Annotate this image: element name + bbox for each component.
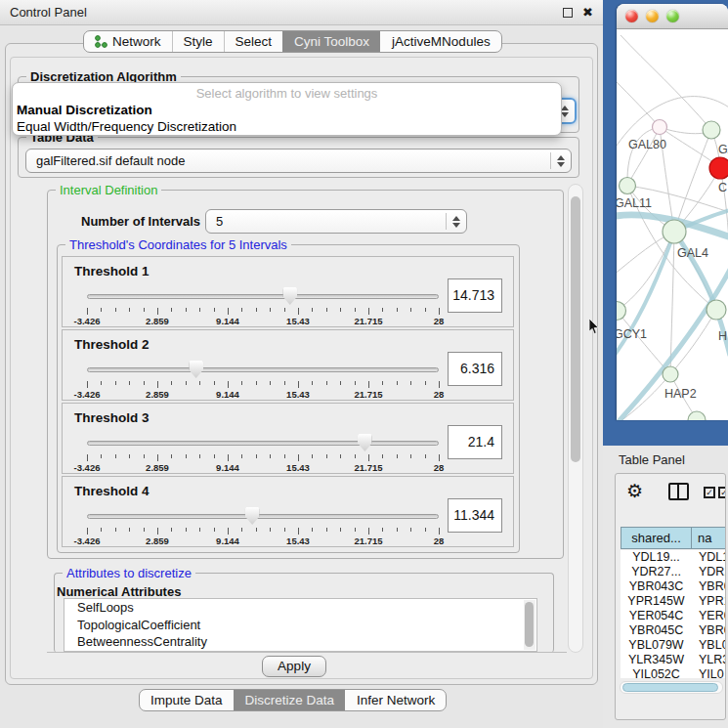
scrollbar-thumb[interactable] [622, 683, 718, 692]
close-icon[interactable]: ✖ [582, 8, 593, 18]
close-traffic-light-icon[interactable] [625, 10, 638, 22]
partial-bottom-node[interactable] [688, 411, 706, 420]
table-panel: Table Panel ⚙ ✓ ✓ shared... na YDL19...Y… [603, 446, 728, 728]
scrollbar-thumb[interactable] [525, 602, 534, 647]
table-horizontal-scrollbar[interactable] [620, 681, 723, 694]
slider-handle-icon[interactable] [189, 361, 203, 378]
table-row[interactable]: YDR27...YDR2 [621, 565, 726, 579]
threshold-value-field[interactable]: 6.316 [448, 352, 502, 386]
combo-spinner-icon[interactable] [550, 152, 571, 168]
tab-network[interactable]: Network [84, 31, 172, 52]
h-node[interactable] [707, 300, 726, 320]
interval-definition-title: Interval Definition [56, 183, 161, 197]
slider-track[interactable] [87, 294, 439, 299]
table-row[interactable]: YPR145WYPR1 [621, 594, 726, 609]
red-node[interactable] [709, 157, 728, 179]
network-window-titlebar[interactable] [617, 4, 728, 29]
threshold-list: Threshold 1 -3.4262.8599.14415.4321.7152… [62, 256, 514, 549]
slider-handle-icon[interactable] [358, 434, 372, 451]
gal80-node[interactable] [653, 120, 667, 135]
threshold-label: Threshold 3 [74, 410, 150, 425]
column-header-name[interactable]: na [692, 527, 726, 549]
threshold-slider[interactable]: -3.4262.8599.14415.4321.71528 [87, 284, 439, 327]
thresholds-group-title: Threshold's Coordinates for 5 Intervals [65, 237, 291, 252]
float-window-icon[interactable] [563, 8, 573, 18]
table-data-combobox[interactable]: galFiltered.sif default node [25, 149, 572, 173]
network-edge-thick [674, 232, 716, 310]
gal4-node[interactable] [663, 220, 686, 243]
node-label: H [718, 329, 727, 343]
control-panel-title: Control Panel [10, 5, 87, 20]
threshold-slider[interactable]: -3.4262.8599.14415.4321.71528 [87, 431, 439, 474]
threshold-value-field[interactable]: 14.713 [448, 278, 502, 313]
table-header-row: shared... na [621, 527, 726, 549]
tab-impute-data[interactable]: Impute Data [140, 690, 234, 710]
attribute-item[interactable]: TopologicalCoefficient [64, 617, 536, 634]
threshold-box: Threshold 2 -3.4262.8599.14415.4321.7152… [62, 329, 514, 401]
number-of-intervals-combobox[interactable]: 5 [205, 209, 467, 234]
threshold-value-field[interactable]: 11.344 [448, 498, 502, 533]
gear-icon[interactable]: ⚙ [626, 480, 643, 502]
threshold-value-field[interactable]: 21.4 [448, 425, 502, 459]
tab-jactivemnodules[interactable]: jActiveMNodules [380, 31, 501, 52]
node-label: C [718, 181, 727, 194]
split-view-icon[interactable] [668, 483, 689, 500]
hap2-node[interactable] [663, 366, 678, 382]
table-row[interactable]: YBL079WYBL0 [621, 638, 726, 653]
algorithm-option-manual[interactable]: Manual Discretization [13, 102, 561, 118]
attribute-item[interactable]: SelfLoops [64, 599, 536, 617]
slider-tick-labels: -3.4262.8599.14415.4321.71528 [87, 535, 439, 546]
attributes-group-title: Attributes to discretize [63, 566, 195, 580]
threshold-box: Threshold 4 -3.4262.8599.14415.4321.7152… [62, 476, 514, 547]
threshold-label: Threshold 4 [74, 484, 150, 498]
tab-discretize-data[interactable]: Discretize Data [234, 690, 346, 710]
checkbox-checked-icon[interactable]: ✓ [704, 487, 715, 498]
attribute-item[interactable]: BetweennessCentrality [64, 633, 536, 651]
tab-select[interactable]: Select [224, 31, 283, 52]
table-row[interactable]: YBR045CYBR0 [621, 623, 726, 638]
threshold-slider[interactable]: -3.4262.8599.14415.4321.71528 [87, 358, 439, 401]
algorithm-dropdown-popup: Select algorithm to view settings Manual… [12, 82, 562, 136]
tab-style[interactable]: Style [172, 31, 224, 52]
scrollbar-thumb[interactable] [571, 196, 580, 462]
apply-button[interactable]: Apply [262, 656, 326, 677]
slider-handle-icon[interactable] [245, 507, 260, 525]
checkbox-checked-icon[interactable]: ✓ [718, 487, 726, 498]
zoom-traffic-light-icon[interactable] [666, 10, 679, 22]
attributes-list-scrollbar[interactable] [524, 600, 535, 650]
table-row[interactable]: YER054CYER0 [621, 609, 726, 623]
network-edge [670, 310, 716, 374]
slider-track[interactable] [87, 514, 439, 519]
table-row[interactable]: YDL19...YDL1 [621, 550, 726, 565]
network-canvas[interactable]: GAL80GAGAL11CGAL4GCY1HHAP2 [617, 29, 728, 420]
slider-handle-icon[interactable] [282, 287, 297, 305]
threshold-box: Threshold 1 -3.4262.8599.14415.4321.7152… [62, 256, 514, 327]
tab-cyni-toolbox[interactable]: Cyni Toolbox [282, 31, 380, 52]
table-rows[interactable]: YDL19...YDL1YDR27...YDR2YBR043CYBR0YPR14… [621, 550, 726, 678]
slider-track[interactable] [87, 367, 439, 372]
network-graph[interactable]: GAL80GAGAL11CGAL4GCY1HHAP2 [617, 29, 728, 420]
number-of-intervals-label: Number of Intervals [81, 214, 200, 229]
viewport-clip-edge [47, 652, 567, 653]
slider-tick-labels: -3.4262.8599.14415.4321.71528 [87, 462, 439, 473]
tab-infer-network[interactable]: Infer Network [345, 690, 446, 710]
slider-track[interactable] [87, 441, 439, 446]
gal11-node[interactable] [620, 178, 636, 194]
settings-vertical-scrollbar[interactable] [568, 184, 583, 653]
table-row[interactable]: YBR043CYBR0 [621, 579, 726, 594]
node-label: GA [718, 143, 728, 156]
minimize-traffic-light-icon[interactable] [646, 10, 659, 22]
control-panel-titlebar: Control Panel ✖ [0, 0, 603, 25]
slider-ticks [87, 381, 439, 389]
numerical-attributes-list[interactable]: SelfLoopsTopologicalCoefficientBetweenne… [64, 598, 537, 652]
threshold-slider[interactable]: -3.4262.8599.14415.4321.71528 [87, 504, 439, 547]
combo-spinner-icon[interactable] [446, 213, 466, 229]
table-row[interactable]: YIL052CYIL0 [621, 667, 726, 678]
number-of-intervals-value: 5 [216, 214, 223, 229]
partial-top-right-node[interactable] [703, 121, 720, 139]
node-label: GAL4 [677, 246, 708, 260]
table-row[interactable]: YLR345WYLR3 [621, 653, 726, 667]
column-header-shared[interactable]: shared... [621, 527, 692, 549]
algorithm-option-equal-width[interactable]: Equal Width/Frequency Discretization [13, 118, 561, 135]
numerical-attributes-label: Numerical Attributes [57, 584, 181, 599]
